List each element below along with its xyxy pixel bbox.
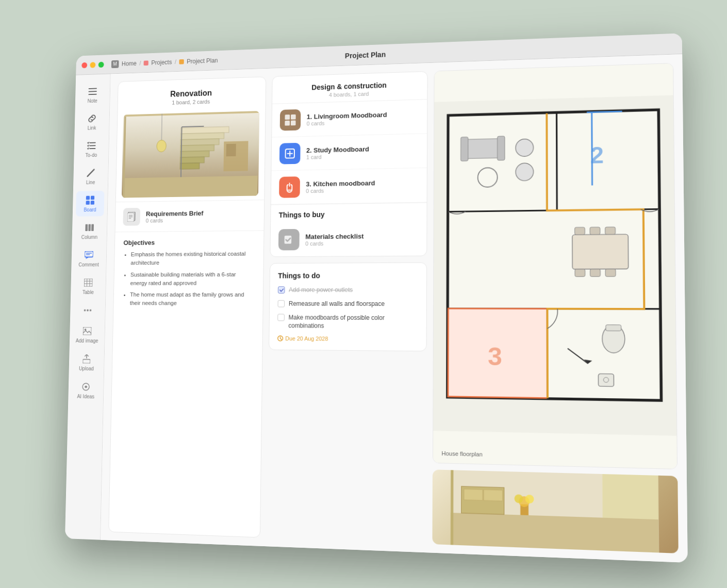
sidebar-item-table[interactable]: Table: [74, 273, 103, 299]
sidebar-label-comment: Comment: [78, 262, 99, 268]
svg-rect-10: [91, 201, 94, 205]
more-icon: [82, 305, 93, 316]
todo-checkbox-3[interactable]: [277, 314, 285, 321]
card-info: Requirements Brief 0 cards: [146, 209, 204, 223]
close-button[interactable]: [81, 62, 87, 68]
floorplan-label: House floorplan: [441, 450, 482, 458]
sidebar-item-column[interactable]: Column: [75, 218, 104, 244]
breadcrumb: M Home / Projects / Project Plan: [111, 56, 218, 68]
svg-line-32: [161, 113, 162, 143]
todo-item-2[interactable]: Remeasure all walls and floorspace: [278, 300, 418, 308]
middle-panel: Design & construction 4 boards, 1 card 1…: [267, 71, 428, 544]
svg-rect-12: [88, 224, 91, 231]
sidebar-label-line: Line: [86, 179, 95, 185]
kitchen-info: 3. Kitchen moodboard 0 cards: [306, 179, 375, 194]
svg-rect-11: [85, 224, 88, 231]
svg-rect-36: [180, 139, 219, 145]
svg-point-24: [90, 309, 92, 312]
svg-rect-38: [180, 151, 209, 157]
todo-text-1: Add more power outlets: [289, 286, 353, 295]
materials-info: Materials checklist 0 cards: [305, 232, 364, 247]
study-moodboard-item[interactable]: 2. Study Moodboard 1 card: [271, 134, 427, 171]
due-date: Due 20 Aug 2028: [277, 335, 418, 342]
svg-rect-90: [464, 489, 483, 500]
svg-rect-74: [606, 325, 621, 331]
requirements-brief-card[interactable]: Requirements Brief 0 cards: [115, 200, 265, 232]
svg-rect-40: [180, 163, 199, 169]
materials-checklist-item[interactable]: Materials checklist 0 cards: [270, 221, 426, 256]
todo-item-1[interactable]: Add more power outlets: [278, 286, 418, 295]
study-info: 2. Study Moodboard 1 card: [306, 145, 369, 160]
sidebar-item-note[interactable]: Note: [78, 82, 107, 108]
svg-rect-25: [83, 327, 92, 335]
svg-rect-80: [575, 227, 585, 235]
due-date-text: Due 20 Aug 2028: [285, 335, 328, 342]
livingroom-info: 1. Livingroom Moodboard 0 cards: [307, 110, 387, 126]
svg-rect-29: [123, 176, 258, 198]
design-panel-header: Design & construction 4 boards, 1 card: [272, 72, 427, 104]
livingroom-icon: [280, 109, 301, 131]
comment-icon: [84, 250, 94, 260]
objective-3: The home must adapt as the family grows …: [130, 290, 254, 308]
breadcrumb-sep-2: /: [175, 58, 176, 65]
svg-rect-7: [86, 196, 90, 200]
svg-rect-1: [89, 91, 97, 92]
renovation-image: [122, 111, 259, 198]
content-area: Renovation 1 board, 2 cards: [101, 54, 688, 563]
bottom-right-image: [432, 469, 678, 553]
ai-icon: [80, 381, 91, 393]
svg-rect-67: [498, 136, 505, 160]
sidebar-item-more[interactable]: [73, 301, 102, 320]
breadcrumb-projects[interactable]: Projects: [151, 58, 172, 66]
table-icon: [83, 277, 93, 288]
sidebar-label-table: Table: [82, 289, 94, 295]
menu-icon: [88, 86, 98, 97]
svg-rect-65: [463, 139, 502, 159]
svg-rect-88: [451, 470, 453, 545]
sidebar-item-todo[interactable]: To-do: [77, 136, 106, 162]
svg-rect-79: [572, 234, 629, 269]
livingroom-moodboard-item[interactable]: 1. Livingroom Moodboard 0 cards: [272, 100, 427, 137]
link-icon: [87, 113, 97, 124]
line-icon: [86, 168, 96, 178]
svg-rect-2: [88, 94, 96, 95]
floorplan-content: 2 3: [433, 63, 677, 469]
svg-rect-44: [226, 144, 236, 156]
svg-rect-31: [124, 111, 258, 117]
sidebar-item-link[interactable]: Link: [78, 109, 106, 135]
sidebar-item-add-image[interactable]: Add image: [73, 322, 102, 348]
todo-checkbox-1[interactable]: [278, 286, 285, 293]
kitchen-moodboard-item[interactable]: 3. Kitchen moodboard 0 cards: [271, 168, 427, 205]
svg-rect-14: [85, 251, 93, 257]
checklist-icon: [86, 140, 96, 151]
svg-rect-60: [449, 113, 557, 211]
todo-item-3[interactable]: Make moodboards of possible color combin…: [277, 313, 418, 331]
objective-1: Emphasis the homes existing historical c…: [130, 250, 255, 268]
todo-checkbox-2[interactable]: [278, 300, 285, 307]
upload-icon: [81, 353, 92, 364]
sidebar-item-ai-ideas[interactable]: AI Ideas: [72, 377, 101, 403]
svg-rect-85: [605, 269, 616, 276]
svg-rect-87: [451, 513, 659, 552]
svg-rect-53: [291, 120, 296, 125]
sidebar-label-ai: AI Ideas: [77, 394, 94, 399]
todo-title: Things to do: [278, 271, 418, 280]
sidebar-item-upload[interactable]: Upload: [72, 349, 101, 375]
sidebar-item-comment[interactable]: Comment: [75, 246, 104, 271]
study-icon: [279, 143, 301, 165]
sidebar-item-board[interactable]: Board: [76, 191, 104, 217]
sidebar-label-upload: Upload: [79, 366, 94, 371]
sidebar-item-line[interactable]: Line: [76, 164, 105, 189]
project-plan-dot-icon: [179, 59, 184, 64]
page-title: Project Plan: [345, 50, 386, 59]
breadcrumb-home[interactable]: Home: [122, 60, 137, 67]
minimize-button[interactable]: [90, 62, 95, 68]
svg-rect-82: [605, 227, 616, 235]
maximize-button[interactable]: [98, 61, 104, 68]
svg-line-42: [182, 126, 204, 127]
renovation-header: Renovation 1 board, 2 cards: [118, 77, 266, 111]
svg-rect-27: [82, 360, 90, 364]
breadcrumb-current[interactable]: Project Plan: [187, 57, 218, 64]
todo-panel: Things to do Add more power outlets Reme…: [269, 263, 427, 352]
svg-rect-46: [127, 213, 134, 222]
